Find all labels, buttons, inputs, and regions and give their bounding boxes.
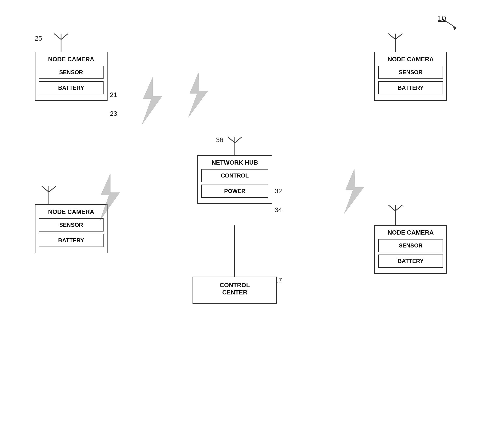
control-center: CONTROL CENTER bbox=[193, 277, 277, 304]
svg-line-9 bbox=[395, 34, 402, 39]
svg-marker-24 bbox=[100, 174, 120, 221]
cc-line1: CONTROL bbox=[198, 282, 272, 289]
hub-control: CONTROL bbox=[201, 169, 268, 182]
ref-25: 25 bbox=[35, 35, 42, 42]
ref-21: 21 bbox=[110, 91, 117, 99]
node12-title: NODE CAMERA bbox=[39, 56, 104, 63]
node-camera-15: NODE CAMERA SENSOR BATTERY bbox=[374, 225, 447, 274]
ref-10: 10 bbox=[438, 14, 466, 34]
node13-battery: BATTERY bbox=[378, 81, 443, 94]
ref-32: 32 bbox=[275, 187, 282, 195]
ref-34: 34 bbox=[275, 206, 282, 214]
hub-to-cc-line bbox=[234, 225, 235, 277]
node15-sensor: SENSOR bbox=[378, 239, 443, 252]
svg-marker-23 bbox=[188, 73, 208, 117]
node13-sensor: SENSOR bbox=[378, 66, 443, 79]
svg-marker-25 bbox=[344, 169, 364, 214]
svg-line-5 bbox=[61, 34, 68, 39]
svg-line-21 bbox=[395, 205, 402, 211]
diagram: 10 25 12 NODE CAMERA SENSOR BATTERY 21 2… bbox=[0, 0, 494, 448]
hub-power: POWER bbox=[201, 185, 268, 198]
lightning-mid-right bbox=[334, 169, 370, 215]
svg-line-3 bbox=[54, 34, 61, 39]
svg-line-17 bbox=[49, 186, 56, 192]
lightning-mid-left bbox=[89, 174, 127, 222]
antenna-node12 bbox=[52, 32, 70, 54]
node15-title: NODE CAMERA bbox=[378, 229, 443, 236]
network-hub: NETWORK HUB CONTROL POWER bbox=[197, 155, 272, 204]
node13-title: NODE CAMERA bbox=[378, 56, 443, 63]
node15-battery: BATTERY bbox=[378, 255, 443, 268]
svg-marker-22 bbox=[142, 77, 162, 124]
antenna-node15 bbox=[386, 204, 405, 226]
svg-line-13 bbox=[235, 137, 242, 143]
svg-line-11 bbox=[228, 137, 235, 143]
ref-10-label: 10 bbox=[438, 14, 446, 23]
node-camera-12: NODE CAMERA SENSOR BATTERY bbox=[35, 52, 108, 101]
ref-36: 36 bbox=[216, 136, 223, 144]
lightning-top-left bbox=[132, 77, 169, 125]
antenna-node14 bbox=[39, 185, 58, 207]
node14-battery: BATTERY bbox=[39, 234, 104, 247]
node12-sensor: SENSOR bbox=[39, 66, 104, 79]
svg-line-15 bbox=[42, 186, 49, 192]
antenna-node13 bbox=[386, 32, 405, 54]
cc-line2: CENTER bbox=[198, 289, 272, 296]
hub-title: NETWORK HUB bbox=[201, 159, 268, 166]
svg-line-7 bbox=[388, 34, 395, 39]
svg-line-19 bbox=[388, 205, 395, 211]
node-camera-13: NODE CAMERA SENSOR BATTERY bbox=[374, 52, 447, 101]
antenna-hub bbox=[225, 136, 244, 158]
lightning-top-right bbox=[178, 73, 214, 118]
ref-23: 23 bbox=[110, 110, 117, 117]
node12-battery: BATTERY bbox=[39, 81, 104, 94]
